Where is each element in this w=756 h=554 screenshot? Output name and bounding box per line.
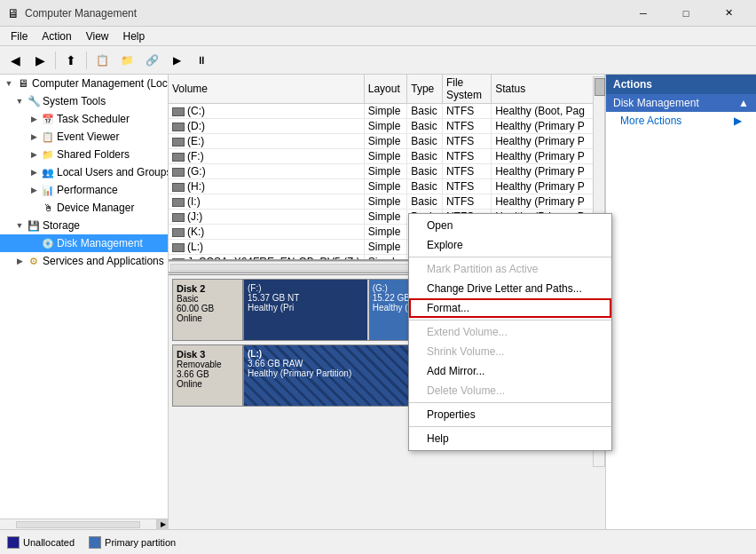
actions-panel: Actions Disk Management ▲ More Actions ▶ [605, 75, 756, 529]
col-layout[interactable]: Layout [364, 75, 407, 104]
ctx-extend: Extend Volume... [409, 322, 611, 342]
icon-local-users: 👥 [41, 165, 55, 179]
legend-primary: Primary partition [89, 536, 176, 549]
table-row[interactable]: (F:) Simple Basic NTFS Healthy (Primary … [169, 149, 605, 164]
disk-3-type: Removable [177, 360, 239, 369]
label-storage: Storage [43, 219, 80, 232]
expander-system: ▼ [12, 94, 27, 108]
legend-primary-box [89, 536, 101, 549]
partition-f-label: (F:) [248, 283, 364, 293]
table-row[interactable]: (C:) Simple Basic NTFS Healthy (Boot, Pa… [169, 104, 605, 119]
label-services: Services and Applications [43, 255, 164, 267]
actions-section-label: Disk Management [613, 97, 699, 109]
disk-3-size: 3.66 GB [177, 369, 239, 379]
ctx-properties[interactable]: Properties [409, 405, 611, 424]
legend-unallocated: Unallocated [7, 536, 75, 549]
col-volume[interactable]: Volume [169, 75, 364, 104]
tree-item-performance[interactable]: ▶ 📊 Performance [0, 181, 168, 199]
app-title: Computer Management [25, 7, 137, 20]
tree-item-computer-management[interactable]: ▼ 🖥 Computer Management (Local [0, 75, 168, 92]
close-button[interactable]: ✕ [708, 0, 749, 27]
tree-item-local-users[interactable]: ▶ 👥 Local Users and Groups [0, 163, 168, 181]
tree-item-event-viewer[interactable]: ▶ 📋 Event Viewer [0, 128, 168, 146]
legend-unallocated-box [7, 536, 20, 549]
toolbar-btn-1[interactable]: 📋 [91, 49, 114, 72]
icon-event-viewer: 📋 [41, 130, 55, 144]
table-row[interactable]: (G:) Simple Basic NTFS Healthy (Primary … [169, 164, 605, 179]
ctx-shrink: Shrink Volume... [409, 342, 611, 361]
disk-3-info: Disk 3 Removable 3.66 GB Online [172, 344, 243, 407]
toolbar: ◀ ▶ ⬆ 📋 📁 🔗 ▶ ⏸ [0, 46, 756, 75]
ctx-sep-4 [409, 426, 611, 427]
forward-button[interactable]: ▶ [28, 49, 51, 72]
icon-performance: 📊 [41, 183, 55, 197]
up-button[interactable]: ⬆ [59, 49, 83, 72]
menu-action[interactable]: Action [35, 28, 78, 44]
label-shared-folders: Shared Folders [57, 148, 130, 161]
app-icon: 🖥 [7, 6, 20, 20]
expander-disk [27, 236, 41, 250]
ctx-change-drive[interactable]: Change Drive Letter and Paths... [409, 279, 611, 298]
chevron-up-icon: ▲ [738, 97, 749, 109]
expander-shared: ▶ [27, 147, 41, 162]
tree-item-system-tools[interactable]: ▼ 🔧 System Tools [0, 92, 168, 110]
icon-storage: 💾 [27, 218, 41, 233]
ctx-explore[interactable]: Explore [409, 235, 611, 255]
back-button[interactable]: ◀ [4, 49, 27, 72]
col-type[interactable]: Type [407, 75, 443, 104]
expander-perf: ▶ [27, 183, 41, 197]
legend-primary-label: Primary partition [105, 537, 176, 548]
actions-section-header[interactable]: Disk Management ▲ [606, 94, 756, 112]
more-actions-link[interactable]: More Actions ▶ [606, 112, 756, 130]
toolbar-btn-3[interactable]: 🔗 [140, 49, 163, 72]
icon-disk-management: 💿 [41, 236, 55, 250]
ctx-format[interactable]: Format... [409, 298, 611, 318]
context-menu: Open Explore Mark Partition as Active Ch… [408, 213, 612, 451]
tree-item-storage[interactable]: ▼ 💾 Storage [0, 217, 168, 234]
ctx-mark-active: Mark Partition as Active [409, 259, 611, 279]
table-row[interactable]: (H:) Simple Basic NTFS Healthy (Primary … [169, 179, 605, 194]
left-panel-hscroll[interactable]: ▶ [0, 518, 169, 529]
table-row[interactable]: (E:) Simple Basic NTFS Healthy (Primary … [169, 134, 605, 149]
toolbar-btn-4[interactable]: ▶ [165, 49, 188, 72]
col-status[interactable]: Status [492, 75, 605, 104]
icon-services: ⚙ [27, 254, 41, 268]
ctx-open[interactable]: Open [409, 216, 611, 235]
expander-storage: ▼ [12, 218, 27, 233]
disk-2-name: Disk 2 [177, 283, 239, 294]
partition-f-detail: 15.37 GB NT [248, 293, 364, 303]
label-computer: Computer Management (Local [32, 77, 169, 90]
tree-item-disk-management[interactable]: 💿 Disk Management [0, 234, 168, 252]
tree-item-shared-folders[interactable]: ▶ 📁 Shared Folders [0, 146, 168, 163]
menu-view[interactable]: View [79, 28, 116, 44]
label-disk-management: Disk Management [57, 237, 143, 249]
table-row[interactable]: (I:) Simple Basic NTFS Healthy (Primary … [169, 194, 605, 210]
tree-item-services[interactable]: ▶ ⚙ Services and Applications [0, 252, 168, 270]
icon-system-tools: 🔧 [27, 94, 41, 108]
ctx-add-mirror[interactable]: Add Mirror... [409, 361, 611, 381]
label-system-tools: System Tools [43, 95, 106, 107]
label-performance: Performance [57, 184, 118, 196]
table-row[interactable]: (D:) Simple Basic NTFS Healthy (Primary … [169, 119, 605, 134]
icon-computer: 🖥 [16, 76, 30, 91]
disk-2-status: Online [177, 313, 239, 323]
title-bar: 🖥 Computer Management ─ □ ✕ [0, 0, 756, 27]
disk-2-info: Disk 2 Basic 60.00 GB Online [172, 279, 243, 341]
label-task-scheduler: Task Scheduler [57, 113, 130, 125]
ctx-help[interactable]: Help [409, 429, 611, 448]
partition-f[interactable]: (F:) 15.37 GB NT Healthy (Pri [244, 280, 369, 340]
toolbar-btn-5[interactable]: ⏸ [190, 49, 213, 72]
menu-help[interactable]: Help [116, 28, 153, 44]
tree-item-device-manager[interactable]: 🖱 Device Manager [0, 199, 168, 217]
toolbar-btn-2[interactable]: 📁 [115, 49, 138, 72]
label-event-viewer: Event Viewer [57, 131, 119, 143]
col-fs[interactable]: File System [442, 75, 491, 104]
icon-shared-folders: 📁 [41, 147, 55, 162]
maximize-button[interactable]: □ [665, 0, 706, 27]
icon-device-manager: 🖱 [41, 201, 55, 215]
disk-2-size: 60.00 GB [177, 304, 239, 313]
expander-task: ▶ [27, 112, 41, 126]
menu-file[interactable]: File [4, 28, 35, 44]
tree-item-task-scheduler[interactable]: ▶ 📅 Task Scheduler [0, 110, 168, 128]
minimize-button[interactable]: ─ [623, 0, 664, 27]
